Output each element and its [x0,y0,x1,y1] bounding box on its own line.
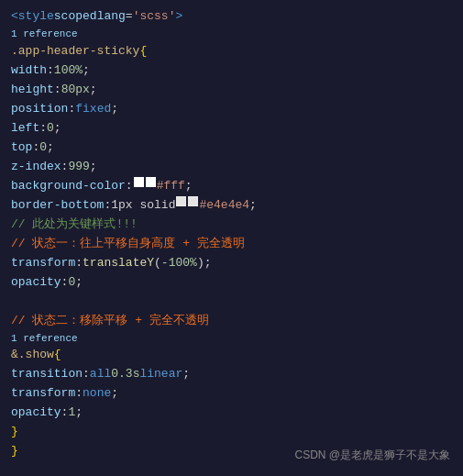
code-line: opacity: 1; [0,404,463,423]
code-line: <style scoped lang='scss'> [0,7,463,27]
code-line: } [0,423,463,442]
code-line: transition: all 0.3s linear; [0,365,463,384]
code-line: background-color: #fff; [0,177,463,196]
code-line: // 此处为关键样式!!! [0,216,463,235]
code-line: height: 80px; [0,81,463,100]
color-swatch [188,196,198,206]
code-line: &.show { [0,346,463,365]
code-line: border-bottom: 1px solid #e4e4e4; [0,196,463,216]
color-swatch [146,177,156,187]
reference-label: 1 reference [0,331,463,347]
code-line: transform: none; [0,384,463,404]
code-line: transform: translateY(-100%); [0,254,463,273]
code-line: z-index: 999; [0,158,463,177]
code-line: opacity: 0; [0,273,463,293]
watermark: CSDN @是老虎是狮子不是大象 [294,448,450,463]
reference-label: 1 reference [0,27,463,42]
code-line: top: 0; [0,138,463,158]
code-line: position: fixed; [0,100,463,119]
code-line: // 状态二：移除平移 + 完全不透明 [0,312,463,331]
code-line: // 状态一：往上平移自身高度 + 完全透明 [0,235,463,254]
code-line: left: 0; [0,119,463,138]
code-editor: <style scoped lang='scss'>1 reference.ap… [0,0,463,476]
color-swatch [176,196,186,206]
color-swatch [134,177,144,187]
code-line: width: 100%; [0,61,463,81]
code-line: .app-header-sticky { [0,42,463,61]
